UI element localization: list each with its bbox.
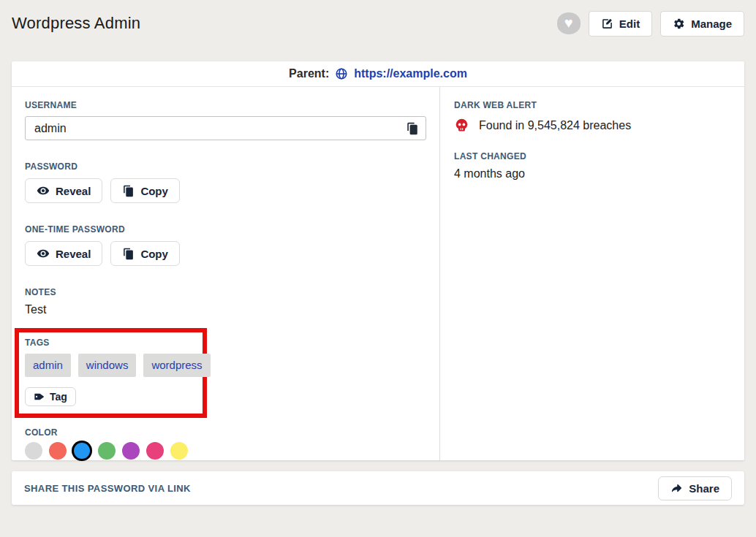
password-label: PASSWORD <box>25 161 426 172</box>
color-swatch-yellow[interactable] <box>170 442 188 460</box>
otp-reveal-button[interactable]: Reveal <box>25 241 102 266</box>
gear-icon <box>673 18 685 30</box>
detail-columns: USERNAME PASSWORD Reveal <box>12 87 744 460</box>
globe-icon <box>335 67 348 80</box>
color-swatch-pink[interactable] <box>146 442 164 460</box>
credentials-column: USERNAME PASSWORD Reveal <box>12 87 440 460</box>
password-copy-label: Copy <box>140 185 168 197</box>
favorite-button[interactable]: ♥ <box>557 12 581 34</box>
tag-chip[interactable]: admin <box>25 354 71 377</box>
eye-icon <box>37 247 50 260</box>
tags-label: TAGS <box>25 338 197 349</box>
tags-section-annotation-highlight: TAGS admin windows wordpress Tag <box>15 328 207 418</box>
edit-button-label: Edit <box>619 18 640 30</box>
tag-chip[interactable]: windows <box>78 354 137 377</box>
color-swatch-red[interactable] <box>49 442 67 460</box>
password-detail-card: Parent: https://example.com USERNAME <box>12 61 744 460</box>
share-section-label: SHARE THIS PASSWORD VIA LINK <box>24 483 658 494</box>
otp-copy-button[interactable]: Copy <box>110 241 180 266</box>
tag-icon <box>34 391 45 403</box>
add-tag-button[interactable]: Tag <box>25 387 76 406</box>
parent-row: Parent: https://example.com <box>12 61 744 87</box>
notes-value: Test <box>25 303 426 316</box>
edit-button[interactable]: Edit <box>589 11 652 37</box>
copy-icon <box>406 122 419 135</box>
topbar: Wordpress Admin ♥ Edit Manage <box>12 0 744 47</box>
username-label: USERNAME <box>25 100 426 111</box>
manage-button-label: Manage <box>691 18 732 30</box>
password-reveal-button[interactable]: Reveal <box>25 178 102 203</box>
details-column: DARK WEB ALERT Found in 9,545,824 breach… <box>440 87 744 460</box>
notes-label: NOTES <box>25 287 426 298</box>
heart-icon: ♥ <box>564 15 573 30</box>
dark-web-alert-label: DARK WEB ALERT <box>454 100 731 111</box>
parent-label: Parent: <box>289 67 329 80</box>
share-button[interactable]: Share <box>658 476 732 500</box>
color-swatch-green[interactable] <box>98 442 116 460</box>
page: Wordpress Admin ♥ Edit Manage Parent: <box>0 0 756 537</box>
edit-icon <box>601 18 613 30</box>
topbar-actions: ♥ Edit Manage <box>557 11 744 37</box>
password-reveal-label: Reveal <box>56 185 91 197</box>
copy-icon <box>122 248 135 260</box>
otp-reveal-label: Reveal <box>56 248 91 260</box>
add-tag-label: Tag <box>50 391 67 403</box>
tag-chip[interactable]: wordpress <box>143 354 210 377</box>
last-changed-label: LAST CHANGED <box>454 151 731 162</box>
color-swatch-purple[interactable] <box>122 442 140 460</box>
skull-icon <box>454 118 469 133</box>
tags-chip-row: admin windows wordpress <box>25 354 197 377</box>
otp-label: ONE-TIME PASSWORD <box>25 224 426 235</box>
color-label: COLOR <box>25 427 426 438</box>
copy-icon <box>122 185 135 197</box>
share-card: SHARE THIS PASSWORD VIA LINK Share <box>12 471 744 505</box>
add-tag-row: Tag <box>25 387 197 406</box>
otp-actions: Reveal Copy <box>25 241 426 266</box>
color-swatch-blue-selected[interactable] <box>74 443 90 459</box>
manage-button[interactable]: Manage <box>660 11 744 37</box>
username-input-wrap <box>25 116 426 140</box>
last-changed-value: 4 months ago <box>454 167 731 180</box>
share-arrow-icon <box>670 482 683 495</box>
share-button-label: Share <box>689 482 719 495</box>
color-swatch-gray[interactable] <box>25 442 42 460</box>
username-input[interactable] <box>25 116 426 140</box>
color-section: COLOR <box>25 427 426 460</box>
dark-web-alert-row: Found in 9,545,824 breaches <box>454 118 731 133</box>
password-copy-button[interactable]: Copy <box>110 178 180 203</box>
otp-copy-label: Copy <box>140 248 168 260</box>
password-actions: Reveal Copy <box>25 178 426 203</box>
page-title: Wordpress Admin <box>12 14 140 33</box>
color-swatch-row <box>25 442 426 460</box>
parent-link[interactable]: https://example.com <box>354 67 467 80</box>
dark-web-alert-text: Found in 9,545,824 breaches <box>479 119 631 132</box>
username-copy-button[interactable] <box>406 122 419 135</box>
eye-icon <box>37 184 50 197</box>
